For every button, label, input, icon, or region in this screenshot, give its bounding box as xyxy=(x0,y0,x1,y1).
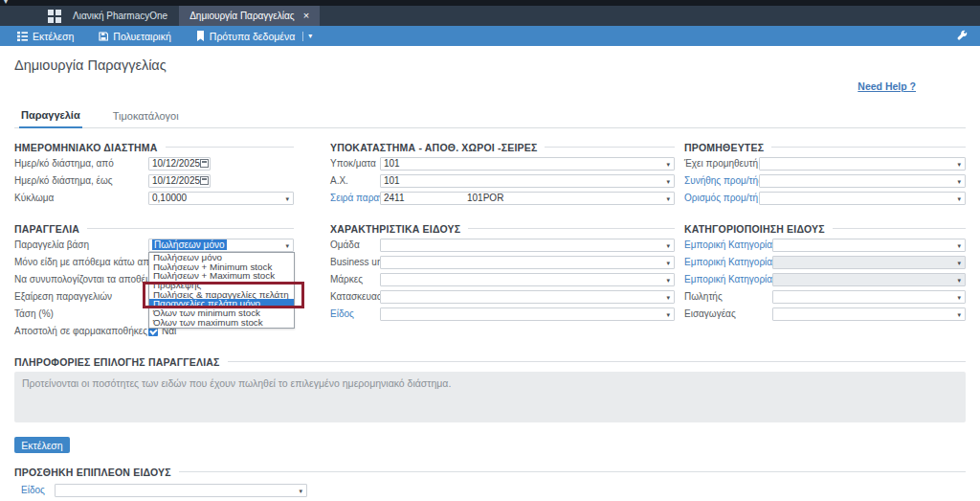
label-usual-supplier-link[interactable]: Συνήθης προμ/τής xyxy=(684,175,759,186)
label-importer: Εισαγωγέας xyxy=(684,308,772,319)
toolbar: Εκτέλεση Πολυεταιρική Πρότυπα δεδομένα ▾ xyxy=(0,26,980,46)
supplier-definition-combo[interactable]: ▾ xyxy=(759,192,966,205)
circuit-value: 0,10000 xyxy=(149,193,187,203)
section-rule xyxy=(545,147,675,148)
section-title-add-extra-item: ΠΡΟΣΘΗΚΗ ΕΠΙΠΛΕΟΝ ΕΙΔΟΥΣ xyxy=(14,467,171,478)
commercial-cat1-combo[interactable]: ▾ xyxy=(772,239,966,252)
toolbar-execute-button[interactable]: Εκτέλεση xyxy=(17,31,74,42)
label-supplier-definition-link[interactable]: Ορισμός προμ/τή xyxy=(684,193,759,203)
label-add-item-link[interactable]: Είδος xyxy=(21,485,55,495)
usual-supplier-combo[interactable]: ▾ xyxy=(759,174,966,188)
manufacturers-combo[interactable]: ▾ xyxy=(380,290,675,304)
close-icon[interactable]: × xyxy=(303,11,309,21)
order-base-combo[interactable]: Πωλήσεων μόνο ▾ xyxy=(148,239,294,252)
date-to-input[interactable]: 10/12/2025 xyxy=(148,174,211,188)
dropdown-option[interactable]: Όλων των minimum stock xyxy=(149,308,294,318)
date-from-input[interactable]: 10/12/2025 xyxy=(148,157,211,171)
label-commercial-cat3-link[interactable]: Εμπορική Κατηγορία 3 xyxy=(684,274,772,285)
label-order-series-link[interactable]: Σειρά παραγγελίας xyxy=(330,193,380,203)
execute-list-icon xyxy=(17,32,28,41)
dropdown-caret-icon: ▾ xyxy=(666,160,670,169)
add-item-combo[interactable]: ▾ xyxy=(55,484,307,497)
label-commercial-cat2-link[interactable]: Εμπορική Κατηγορία 2 xyxy=(684,257,772,267)
date-from-value: 10/12/2025 xyxy=(149,158,200,169)
dropdown-caret-icon: ▾ xyxy=(957,293,961,302)
section-title-item-categorization: ΚΑΤΗΓΟΡΙΟΠΟΙΗΣΗ ΕΙΔΟΥΣ xyxy=(684,223,825,235)
dropdown-option[interactable]: Όλων των maximum stock xyxy=(149,318,294,328)
dropdown-option-highlighted[interactable]: Παραγγελίες πελάτη μόνο xyxy=(149,299,294,308)
dropdown-caret-icon: ▾ xyxy=(666,293,670,302)
label-business-units: Business units xyxy=(330,257,380,267)
section-title-branch: ΥΠΟΚΑΤΑΣΤΗΜΑ - ΑΠΟΘ. ΧΩΡΟΙ -ΣΕΙΡΕΣ xyxy=(330,142,537,153)
has-supplier-combo[interactable]: ▾ xyxy=(759,157,966,171)
toolbar-wrench-button[interactable] xyxy=(956,30,968,43)
toolbar-templates-label: Πρότυπα δεδομένα xyxy=(210,31,295,42)
toolbar-multicompany-button[interactable]: Πολυεταιρική xyxy=(99,31,170,42)
window-top-strip: ▾ xyxy=(0,0,980,6)
item-combo[interactable]: ▾ xyxy=(380,307,675,321)
templates-caret-icon[interactable]: ▾ xyxy=(308,32,312,40)
label-item-link[interactable]: Είδος xyxy=(330,308,380,319)
circuit-combo[interactable]: 0,10000 ▾ xyxy=(148,192,294,205)
business-units-combo[interactable]: ▾ xyxy=(380,256,675,269)
section-rule xyxy=(771,147,966,148)
section-item-features: ΧΑΡΑΚΤΗΡΙΣΤΙΚΑ ΕΙΔΟΥΣ Ομάδα ▾ Business u… xyxy=(330,222,675,342)
label-date-to: Ημερ/κό διάστημα, έως xyxy=(14,175,148,186)
commercial-cat2-combo: ▾ xyxy=(772,256,966,269)
sections-row-2: ΠΑΡΑΓΓΕΛΙΑ Παραγγελία βάση Πωλήσεων μόνο… xyxy=(14,222,966,342)
dropdown-option[interactable]: Πρόβλεψης xyxy=(149,281,294,290)
dropdown-option[interactable]: Πωλήσεων μόνο xyxy=(149,253,294,262)
warehouse-value: 101 xyxy=(381,175,400,186)
order-series-code: 2411 xyxy=(381,193,405,203)
titlebar: Λιανική PharmacyOne Δημιουργία Παραγγελί… xyxy=(0,6,980,26)
seller-combo[interactable]: ▾ xyxy=(772,290,966,304)
dropdown-caret-icon: ▾ xyxy=(957,276,961,285)
tab-pricelists[interactable]: Τιμοκατάλογοι xyxy=(111,110,181,127)
dropdown-caret-icon: ▾ xyxy=(285,194,289,203)
order-base-selected-value: Πωλήσεων μόνο xyxy=(152,239,227,250)
label-seller: Πωλητής xyxy=(684,291,772,302)
main-content: Δημιουργία Παραγγελίας Need Help ? Παραγ… xyxy=(0,46,980,497)
toolbar-templates-button[interactable]: Πρότυπα δεδομένα ▾ xyxy=(196,31,313,42)
section-rule xyxy=(833,228,966,229)
group-combo[interactable]: ▾ xyxy=(380,239,675,252)
dropdown-option[interactable]: Πωλήσεις & παραγγελίες πελάτη xyxy=(149,290,294,300)
tab-retail-pharmacyone[interactable]: Λιανική PharmacyOne xyxy=(61,6,179,26)
calendar-icon[interactable] xyxy=(200,159,209,168)
order-selection-info-box: Προτείνονται οι ποσότητες των ειδών που … xyxy=(14,372,966,422)
dropdown-caret-icon: ▾ xyxy=(957,310,961,319)
tab-order[interactable]: Παραγγελία xyxy=(19,109,82,128)
tab-create-order[interactable]: Δημιουργία Παραγγελίας × xyxy=(179,6,320,26)
label-brands: Μάρκες xyxy=(330,274,380,285)
warehouse-combo[interactable]: 101 ▾ xyxy=(380,174,675,188)
toolbar-separator xyxy=(302,32,303,41)
app-launcher-icon[interactable] xyxy=(48,10,61,23)
window-menu-caret-icon[interactable]: ▾ xyxy=(4,0,8,7)
label-has-supplier: Έχει προμηθευτή xyxy=(684,158,759,169)
label-date-from: Ημερ/κό διάστημα, από xyxy=(14,158,148,169)
dropdown-option[interactable]: Πωλήσεων + Minimum stock xyxy=(149,262,294,272)
page-header: Δημιουργία Παραγγελίας Need Help ? xyxy=(14,46,966,107)
branches-combo[interactable]: 101 ▾ xyxy=(380,157,675,171)
brands-combo[interactable]: ▾ xyxy=(380,273,675,286)
toolbar-multicompany-label: Πολυεταιρική xyxy=(113,31,170,42)
execute-button[interactable]: Εκτέλεση xyxy=(14,437,70,453)
dropdown-caret-icon: ▾ xyxy=(957,241,961,250)
dropdown-caret-icon: ▾ xyxy=(666,259,670,267)
disk-icon xyxy=(99,32,108,41)
dropdown-caret-icon: ▾ xyxy=(299,487,302,495)
label-branches: Υποκ/ματα xyxy=(330,158,380,169)
order-series-combo[interactable]: 2411 101POR ▾ xyxy=(380,192,675,205)
section-title-date-range: ΗΜΕΡΟΜΗΝΙΑΚΟ ΔΙΑΣΤΗΜΑ xyxy=(14,142,158,153)
label-trend: Τάση (%) xyxy=(14,308,148,319)
tab-create-order-label: Δημιουργία Παραγγελίας xyxy=(189,11,294,21)
section-add-extra-item: ΠΡΟΣΘΗΚΗ ΕΠΙΠΛΕΟΝ ΕΙΔΟΥΣ Είδος ▾ xyxy=(14,466,966,497)
dropdown-option[interactable]: Πωλήσεων + Maximum stock xyxy=(149,271,294,281)
need-help-link[interactable]: Need Help ? xyxy=(858,80,916,92)
importer-combo[interactable]: ▾ xyxy=(772,307,966,321)
section-title-order: ΠΑΡΑΓΓΕΛΙΑ xyxy=(14,223,79,235)
calendar-icon[interactable] xyxy=(200,176,209,185)
label-commercial-cat1-link[interactable]: Εμπορική Κατηγορία 1 xyxy=(684,239,772,250)
sections-row-1: ΗΜΕΡΟΜΗΝΙΑΚΟ ΔΙΑΣΤΗΜΑ Ημερ/κό διάστημα, … xyxy=(14,141,966,209)
dropdown-caret-icon: ▾ xyxy=(957,259,961,267)
